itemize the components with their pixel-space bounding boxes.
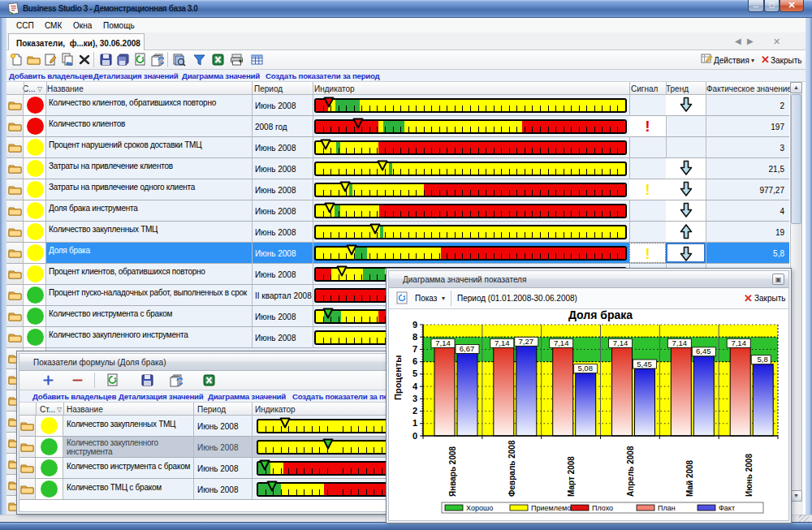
svg-text:5,8: 5,8 bbox=[758, 355, 768, 364]
svg-text:6,45: 6,45 bbox=[696, 347, 711, 355]
svg-text:Май 2008: Май 2008 bbox=[685, 459, 694, 497]
svg-text:3: 3 bbox=[412, 394, 417, 403]
svg-text:Январь 2008: Январь 2008 bbox=[448, 446, 457, 497]
svg-text:Проценты: Проценты bbox=[393, 355, 403, 400]
svg-text:0: 0 bbox=[412, 431, 417, 441]
svg-text:5: 5 bbox=[412, 368, 417, 378]
svg-text:Февраль 2008: Февраль 2008 bbox=[508, 440, 516, 497]
svg-text:План: План bbox=[658, 504, 676, 512]
svg-text:8: 8 bbox=[412, 332, 417, 342]
svg-text:Факт: Факт bbox=[719, 504, 735, 512]
svg-text:4: 4 bbox=[412, 381, 418, 391]
svg-text:6,67: 6,67 bbox=[460, 344, 475, 353]
svg-text:Апрель 2008: Апрель 2008 bbox=[626, 446, 635, 497]
svg-text:7,14: 7,14 bbox=[495, 338, 510, 347]
svg-text:Доля брака: Доля брака bbox=[568, 308, 633, 321]
svg-text:7,14: 7,14 bbox=[613, 338, 628, 347]
svg-text:7,14: 7,14 bbox=[554, 338, 569, 347]
svg-text:7,14: 7,14 bbox=[435, 338, 451, 347]
svg-text:5,45: 5,45 bbox=[637, 360, 652, 368]
svg-text:5,08: 5,08 bbox=[577, 364, 593, 373]
svg-text:6: 6 bbox=[412, 356, 417, 366]
svg-text:9: 9 bbox=[412, 320, 417, 330]
svg-text:1: 1 bbox=[412, 418, 417, 428]
svg-text:2: 2 bbox=[412, 406, 417, 416]
svg-text:7,14: 7,14 bbox=[672, 338, 688, 347]
svg-text:Июнь 2008: Июнь 2008 bbox=[745, 454, 754, 497]
svg-text:Хорошо: Хорошо bbox=[466, 504, 493, 512]
svg-text:Приемлемо: Приемлемо bbox=[531, 504, 571, 512]
svg-text:Плохо: Плохо bbox=[592, 504, 613, 512]
svg-text:7: 7 bbox=[412, 344, 417, 354]
svg-text:Март 2008: Март 2008 bbox=[567, 456, 576, 497]
svg-text:7,27: 7,27 bbox=[519, 337, 534, 346]
svg-text:7,14: 7,14 bbox=[731, 338, 746, 347]
